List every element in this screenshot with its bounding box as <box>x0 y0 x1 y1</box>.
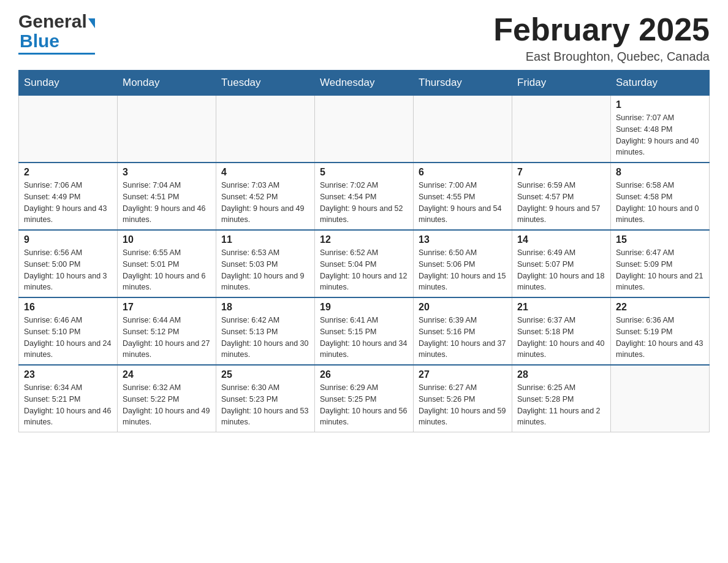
calendar: Sunday Monday Tuesday Wednesday Thursday… <box>18 70 710 432</box>
month-title: February 2025 <box>493 12 710 47</box>
day-number: 21 <box>517 302 605 313</box>
day-info: Sunrise: 7:07 AMSunset: 4:48 PMDaylight:… <box>616 112 704 158</box>
table-row: 20Sunrise: 6:39 AMSunset: 5:16 PMDayligh… <box>414 297 512 365</box>
col-wednesday: Wednesday <box>315 71 414 96</box>
day-info: Sunrise: 6:42 AMSunset: 5:13 PMDaylight:… <box>221 315 309 361</box>
table-row: 14Sunrise: 6:49 AMSunset: 5:07 PMDayligh… <box>512 230 611 297</box>
table-row: 3Sunrise: 7:04 AMSunset: 4:51 PMDaylight… <box>118 163 216 230</box>
table-row: 4Sunrise: 7:03 AMSunset: 4:52 PMDaylight… <box>216 163 315 230</box>
day-number: 7 <box>517 167 605 178</box>
day-number: 27 <box>419 369 507 380</box>
table-row: 26Sunrise: 6:29 AMSunset: 5:25 PMDayligh… <box>315 365 414 432</box>
day-number: 23 <box>24 369 112 380</box>
table-row: 19Sunrise: 6:41 AMSunset: 5:15 PMDayligh… <box>315 297 414 365</box>
table-row: 25Sunrise: 6:30 AMSunset: 5:23 PMDayligh… <box>216 365 315 432</box>
table-row: 16Sunrise: 6:46 AMSunset: 5:10 PMDayligh… <box>19 297 118 365</box>
day-number: 26 <box>320 369 408 380</box>
table-row: 7Sunrise: 6:59 AMSunset: 4:57 PMDaylight… <box>512 163 611 230</box>
calendar-week-row: 16Sunrise: 6:46 AMSunset: 5:10 PMDayligh… <box>19 297 710 365</box>
col-friday: Friday <box>512 71 611 96</box>
col-tuesday: Tuesday <box>216 71 315 96</box>
day-info: Sunrise: 6:36 AMSunset: 5:19 PMDaylight:… <box>616 315 704 361</box>
day-info: Sunrise: 7:04 AMSunset: 4:51 PMDaylight:… <box>123 180 211 226</box>
table-row <box>414 96 512 163</box>
table-row: 17Sunrise: 6:44 AMSunset: 5:12 PMDayligh… <box>118 297 216 365</box>
day-info: Sunrise: 6:47 AMSunset: 5:09 PMDaylight:… <box>616 247 704 293</box>
table-row: 9Sunrise: 6:56 AMSunset: 5:00 PMDaylight… <box>19 230 118 297</box>
logo-general: General <box>18 11 87 31</box>
page-header: General Blue February 2025 East Broughto… <box>18 12 710 64</box>
table-row: 18Sunrise: 6:42 AMSunset: 5:13 PMDayligh… <box>216 297 315 365</box>
day-info: Sunrise: 6:56 AMSunset: 5:00 PMDaylight:… <box>24 247 112 293</box>
table-row: 1Sunrise: 7:07 AMSunset: 4:48 PMDaylight… <box>611 96 710 163</box>
calendar-week-row: 9Sunrise: 6:56 AMSunset: 5:00 PMDaylight… <box>19 230 710 297</box>
day-number: 19 <box>320 302 408 313</box>
day-info: Sunrise: 7:02 AMSunset: 4:54 PMDaylight:… <box>320 180 408 226</box>
day-info: Sunrise: 6:52 AMSunset: 5:04 PMDaylight:… <box>320 247 408 293</box>
day-info: Sunrise: 6:58 AMSunset: 4:58 PMDaylight:… <box>616 180 704 226</box>
day-number: 18 <box>221 302 309 313</box>
day-number: 28 <box>517 369 605 380</box>
day-info: Sunrise: 7:03 AMSunset: 4:52 PMDaylight:… <box>221 180 309 226</box>
col-monday: Monday <box>118 71 216 96</box>
day-number: 10 <box>123 234 211 245</box>
day-number: 6 <box>419 167 507 178</box>
col-sunday: Sunday <box>19 71 118 96</box>
day-info: Sunrise: 6:55 AMSunset: 5:01 PMDaylight:… <box>123 247 211 293</box>
day-info: Sunrise: 6:29 AMSunset: 5:25 PMDaylight:… <box>320 382 408 428</box>
table-row: 11Sunrise: 6:53 AMSunset: 5:03 PMDayligh… <box>216 230 315 297</box>
table-row: 13Sunrise: 6:50 AMSunset: 5:06 PMDayligh… <box>414 230 512 297</box>
table-row: 24Sunrise: 6:32 AMSunset: 5:22 PMDayligh… <box>118 365 216 432</box>
day-number: 8 <box>616 167 704 178</box>
table-row <box>611 365 710 432</box>
logo: General Blue <box>18 12 95 55</box>
day-number: 11 <box>221 234 309 245</box>
col-saturday: Saturday <box>611 71 710 96</box>
table-row <box>118 96 216 163</box>
day-info: Sunrise: 6:30 AMSunset: 5:23 PMDaylight:… <box>221 382 309 428</box>
day-number: 9 <box>24 234 112 245</box>
table-row: 23Sunrise: 6:34 AMSunset: 5:21 PMDayligh… <box>19 365 118 432</box>
table-row: 27Sunrise: 6:27 AMSunset: 5:26 PMDayligh… <box>414 365 512 432</box>
day-number: 25 <box>221 369 309 380</box>
day-number: 12 <box>320 234 408 245</box>
table-row: 8Sunrise: 6:58 AMSunset: 4:58 PMDaylight… <box>611 163 710 230</box>
day-number: 2 <box>24 167 112 178</box>
calendar-week-row: 23Sunrise: 6:34 AMSunset: 5:21 PMDayligh… <box>19 365 710 432</box>
day-info: Sunrise: 6:41 AMSunset: 5:15 PMDaylight:… <box>320 315 408 361</box>
table-row: 6Sunrise: 7:00 AMSunset: 4:55 PMDaylight… <box>414 163 512 230</box>
day-info: Sunrise: 6:50 AMSunset: 5:06 PMDaylight:… <box>419 247 507 293</box>
table-row: 2Sunrise: 7:06 AMSunset: 4:49 PMDaylight… <box>19 163 118 230</box>
day-number: 17 <box>123 302 211 313</box>
day-number: 1 <box>616 99 704 110</box>
day-info: Sunrise: 6:32 AMSunset: 5:22 PMDaylight:… <box>123 382 211 428</box>
day-info: Sunrise: 6:53 AMSunset: 5:03 PMDaylight:… <box>221 247 309 293</box>
day-info: Sunrise: 6:37 AMSunset: 5:18 PMDaylight:… <box>517 315 605 361</box>
day-info: Sunrise: 6:39 AMSunset: 5:16 PMDaylight:… <box>419 315 507 361</box>
table-row: 22Sunrise: 6:36 AMSunset: 5:19 PMDayligh… <box>611 297 710 365</box>
day-number: 13 <box>419 234 507 245</box>
table-row: 15Sunrise: 6:47 AMSunset: 5:09 PMDayligh… <box>611 230 710 297</box>
table-row <box>512 96 611 163</box>
table-row: 12Sunrise: 6:52 AMSunset: 5:04 PMDayligh… <box>315 230 414 297</box>
day-info: Sunrise: 6:49 AMSunset: 5:07 PMDaylight:… <box>517 247 605 293</box>
day-number: 20 <box>419 302 507 313</box>
table-row: 28Sunrise: 6:25 AMSunset: 5:28 PMDayligh… <box>512 365 611 432</box>
day-number: 24 <box>123 369 211 380</box>
day-number: 16 <box>24 302 112 313</box>
day-info: Sunrise: 6:25 AMSunset: 5:28 PMDaylight:… <box>517 382 605 428</box>
day-info: Sunrise: 6:34 AMSunset: 5:21 PMDaylight:… <box>24 382 112 428</box>
logo-blue: Blue <box>18 31 59 52</box>
day-number: 15 <box>616 234 704 245</box>
day-info: Sunrise: 6:27 AMSunset: 5:26 PMDaylight:… <box>419 382 507 428</box>
table-row <box>216 96 315 163</box>
day-number: 22 <box>616 302 704 313</box>
table-row: 10Sunrise: 6:55 AMSunset: 5:01 PMDayligh… <box>118 230 216 297</box>
day-number: 4 <box>221 167 309 178</box>
title-area: February 2025 East Broughton, Quebec, Ca… <box>493 12 710 64</box>
table-row <box>315 96 414 163</box>
col-thursday: Thursday <box>414 71 512 96</box>
day-number: 5 <box>320 167 408 178</box>
calendar-week-row: 2Sunrise: 7:06 AMSunset: 4:49 PMDaylight… <box>19 163 710 230</box>
table-row: 21Sunrise: 6:37 AMSunset: 5:18 PMDayligh… <box>512 297 611 365</box>
